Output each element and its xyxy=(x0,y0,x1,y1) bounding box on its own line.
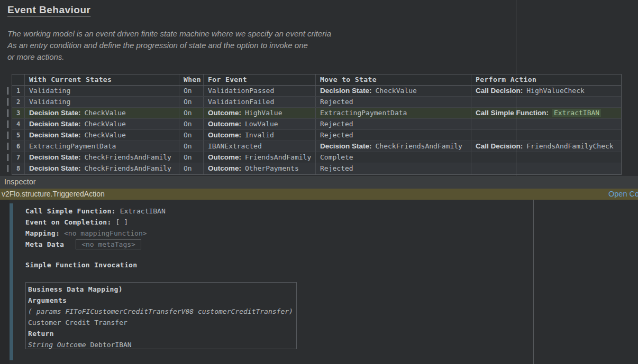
inspector-field: Event on Completion:[ ] xyxy=(25,217,166,228)
field-value: <no mappingFunction> xyxy=(64,229,147,237)
when-value: On xyxy=(184,131,192,139)
row-number-cell[interactable]: 5 xyxy=(12,130,25,141)
when-cell[interactable]: On xyxy=(179,86,204,96)
for-event-cell-value: Invalid xyxy=(245,131,274,139)
current-state-cell-key: Decision State: xyxy=(29,164,81,172)
pane-divider-inspector[interactable] xyxy=(533,200,534,364)
when-cell[interactable]: On xyxy=(179,163,204,174)
table-row[interactable]: 5Decision State:CheckValueOnOutcome:Inva… xyxy=(12,130,621,141)
when-cell[interactable]: On xyxy=(179,108,204,118)
move-to-state-cell[interactable]: Decision State:CheckValue xyxy=(316,86,471,96)
section-title: Simple Function Invocation xyxy=(25,261,137,269)
when-cell[interactable]: On xyxy=(179,97,204,107)
inspector-body: Call Simple Function:ExtractIBANEvent on… xyxy=(0,200,638,364)
row-number-cell[interactable]: 8 xyxy=(12,163,25,174)
when-value: On xyxy=(184,153,192,161)
perform-action-cell[interactable] xyxy=(471,97,622,107)
move-to-state-cell[interactable]: Complete xyxy=(316,152,471,163)
current-state-cell[interactable]: Validating xyxy=(25,97,179,107)
current-state-cell[interactable]: Decision State:CheckValue xyxy=(25,119,179,129)
row-gutter-tick xyxy=(7,132,8,139)
current-state-cell-key: Decision State: xyxy=(29,153,81,161)
row-number-cell[interactable]: 1 xyxy=(12,86,25,96)
current-state-cell-value: CheckValue xyxy=(85,120,126,128)
for-event-cell[interactable]: ValidationFailed xyxy=(204,97,316,107)
current-state-cell[interactable]: Decision State:CheckFriendsAndFamily xyxy=(25,152,179,163)
for-event-cell-key: Outcome: xyxy=(208,153,241,161)
current-state-cell-value: CheckValue xyxy=(85,109,126,117)
current-state-cell[interactable]: Decision State:CheckFriendsAndFamily xyxy=(25,163,179,174)
table-header-row: With Current States When For Event Move … xyxy=(12,74,621,86)
perform-action-cell[interactable]: Call Simple Function:ExtractIBAN xyxy=(471,108,622,118)
perform-action-cell[interactable] xyxy=(471,163,622,174)
row-number-cell[interactable]: 3 xyxy=(12,108,25,118)
when-value: On xyxy=(184,87,192,95)
for-event-cell-value: FriendsAndFamily xyxy=(245,153,311,161)
open-code-link[interactable]: Open Co xyxy=(608,190,638,198)
perform-action-cell-value: FriendsAndFamilyCheck xyxy=(526,142,613,150)
invocation-line: Business Data Mapping) xyxy=(28,284,294,295)
table-row[interactable]: 6ExtractingPaymentDataOnIBANExtractedDec… xyxy=(12,141,621,152)
when-cell[interactable]: On xyxy=(179,141,204,152)
for-event-cell[interactable]: IBANExtracted xyxy=(204,141,316,152)
move-to-state-cell[interactable]: Rejected xyxy=(316,163,471,174)
invocation-bold-text: Return xyxy=(28,330,54,338)
current-state-cell-value: Validating xyxy=(29,87,70,95)
row-number-cell[interactable]: 2 xyxy=(12,97,25,107)
table-row[interactable]: 4Decision State:CheckValueOnOutcome:LowV… xyxy=(12,119,621,130)
inspector-breadcrumb-bar[interactable]: v2Flo.structure.TriggeredAction Open Co xyxy=(0,189,638,200)
move-to-state-cell[interactable]: Rejected xyxy=(316,97,471,107)
invocation-bold-text: Business Data Mapping) xyxy=(28,285,123,293)
for-event-cell[interactable]: Outcome:OtherPayments xyxy=(204,163,316,174)
perform-action-cell[interactable]: Call Decision:FriendsAndFamilyCheck xyxy=(471,141,622,152)
invocation-line: String Outcome DebtorIBAN xyxy=(28,339,294,350)
row-number-cell[interactable]: 6 xyxy=(12,141,25,152)
row-number-cell[interactable]: 7 xyxy=(12,152,25,163)
table-row[interactable]: 3Decision State:CheckValueOnOutcome:High… xyxy=(12,108,621,119)
pane-divider-top[interactable] xyxy=(516,0,516,176)
field-value: <no metaTags> xyxy=(81,240,135,248)
invocation-line: Customer Credit Transfer xyxy=(28,317,294,328)
move-to-state-cell[interactable]: ExtractingPaymentData xyxy=(316,108,471,118)
table-row[interactable]: 2ValidatingOnValidationFailedRejected xyxy=(12,97,621,108)
perform-action-cell-value: ExtractIBAN xyxy=(552,109,601,117)
current-state-cell[interactable]: ExtractingPaymentData xyxy=(25,141,179,152)
table-row[interactable]: 1ValidatingOnValidationPassedDecision St… xyxy=(12,86,621,97)
perform-action-cell[interactable] xyxy=(471,119,622,129)
column-header-move-to-state[interactable]: Move to State xyxy=(316,74,471,85)
column-header-with-current-states[interactable]: With Current States xyxy=(25,74,179,85)
when-cell[interactable]: On xyxy=(179,119,204,129)
move-to-state-cell[interactable]: Rejected xyxy=(316,119,471,129)
perform-action-cell[interactable] xyxy=(471,130,622,141)
when-cell[interactable]: On xyxy=(179,152,204,163)
move-to-state-cell[interactable]: Rejected xyxy=(316,130,471,141)
inspector-scope-bar xyxy=(10,203,13,360)
table-row[interactable]: 7Decision State:CheckFriendsAndFamilyOnO… xyxy=(12,152,621,163)
current-state-cell[interactable]: Validating xyxy=(25,86,179,96)
current-state-cell[interactable]: Decision State:CheckValue xyxy=(25,108,179,118)
description-line: The working model is an event driven fin… xyxy=(7,28,331,40)
row-gutter-tick xyxy=(7,120,8,128)
for-event-cell-value: HighValue xyxy=(245,109,282,117)
for-event-cell[interactable]: ValidationPassed xyxy=(204,86,316,96)
column-header-when[interactable]: When xyxy=(179,74,204,85)
move-to-state-cell-value: Rejected xyxy=(320,120,353,128)
for-event-cell[interactable]: Outcome:FriendsAndFamily xyxy=(204,152,316,163)
move-to-state-cell[interactable]: Decision State:CheckFriendsAndFamily xyxy=(316,141,471,152)
for-event-cell[interactable]: Outcome:HighValue xyxy=(204,108,316,118)
when-value: On xyxy=(184,98,192,106)
inspector-panel-header[interactable]: Inspector xyxy=(0,176,638,189)
meta-tags-box[interactable]: <no metaTags> xyxy=(76,239,141,249)
for-event-cell[interactable]: Outcome:LowValue xyxy=(204,119,316,129)
row-number-cell[interactable]: 4 xyxy=(12,119,25,129)
table-row[interactable]: 8Decision State:CheckFriendsAndFamilyOnO… xyxy=(12,163,621,174)
for-event-cell[interactable]: Outcome:Invalid xyxy=(204,130,316,141)
perform-action-cell[interactable] xyxy=(471,152,622,163)
column-header-for-event[interactable]: For Event xyxy=(204,74,316,85)
column-header-perform-action[interactable]: Perform Action xyxy=(471,74,622,85)
current-state-cell[interactable]: Decision State:CheckValue xyxy=(25,130,179,141)
current-state-cell-value: CheckFriendsAndFamily xyxy=(85,153,171,161)
field-key: Mapping: xyxy=(25,229,60,237)
when-cell[interactable]: On xyxy=(179,130,204,141)
perform-action-cell[interactable]: Call Decision:HighValueCheck xyxy=(471,86,622,96)
